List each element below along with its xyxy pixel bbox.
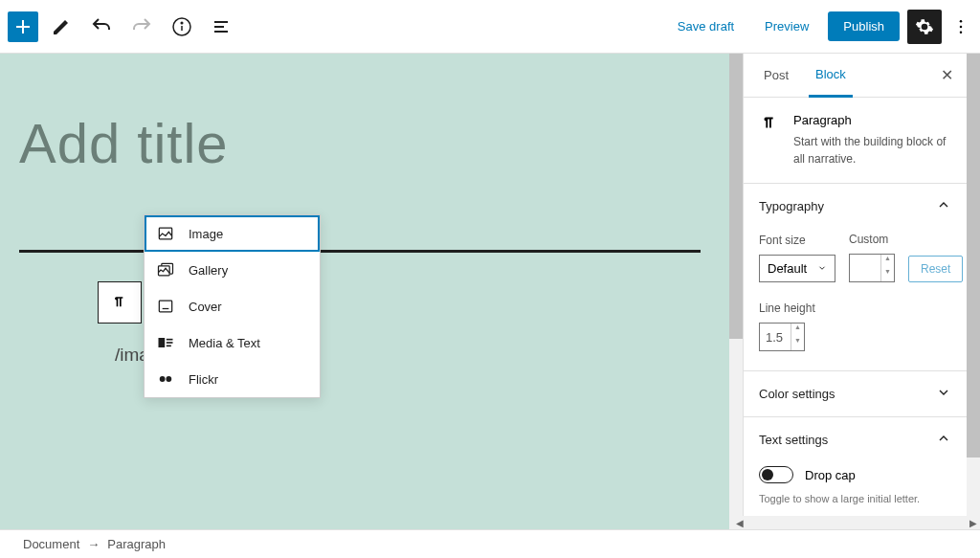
autocomplete-item-media-text[interactable]: Media & Text bbox=[145, 324, 320, 361]
reset-font-size-button[interactable]: Reset bbox=[908, 256, 963, 282]
block-description-text: Start with the building block of all nar… bbox=[793, 133, 951, 167]
settings-sidebar: Post Block ✕ Paragraph Start with the bu… bbox=[743, 54, 980, 529]
post-title-input[interactable]: Add title bbox=[19, 111, 701, 175]
custom-size-label: Custom bbox=[849, 233, 895, 246]
drop-cap-label: Drop cap bbox=[805, 468, 856, 482]
typography-panel-toggle[interactable]: Typography bbox=[744, 184, 967, 229]
autocomplete-item-label: Media & Text bbox=[189, 336, 260, 350]
block-type-button[interactable] bbox=[99, 282, 141, 323]
image-icon bbox=[156, 224, 175, 243]
svg-point-7 bbox=[960, 25, 963, 28]
redo-button[interactable] bbox=[124, 10, 159, 44]
svg-rect-19 bbox=[167, 346, 171, 347]
main-area: Add title /image bbox=[0, 54, 980, 529]
flickr-icon bbox=[156, 369, 175, 389]
canvas-scrollbar[interactable] bbox=[729, 54, 743, 529]
top-toolbar: Save draft Preview Publish bbox=[0, 0, 980, 54]
text-settings-panel-toggle[interactable]: Text settings bbox=[744, 417, 967, 462]
autocomplete-item-cover[interactable]: Cover bbox=[145, 288, 320, 324]
title-separator bbox=[19, 250, 701, 253]
svg-point-2 bbox=[181, 22, 183, 24]
sidebar-scrollbar[interactable] bbox=[967, 54, 980, 529]
custom-size-input[interactable]: ▲▼ bbox=[849, 254, 895, 282]
typography-panel: Typography Font size Default C bbox=[744, 184, 967, 371]
autocomplete-item-image[interactable]: Image bbox=[145, 215, 320, 252]
breadcrumb: Document → Paragraph bbox=[0, 529, 980, 558]
add-block-button[interactable] bbox=[8, 11, 38, 42]
breadcrumb-item[interactable]: Document bbox=[23, 537, 79, 551]
tab-post[interactable]: Post bbox=[757, 55, 795, 96]
sidebar-h-scrollbar[interactable]: ◀ ▶ bbox=[733, 516, 980, 529]
svg-rect-17 bbox=[167, 339, 173, 341]
block-description: Paragraph Start with the building block … bbox=[744, 98, 967, 184]
close-sidebar-button[interactable]: ✕ bbox=[941, 66, 953, 84]
svg-point-6 bbox=[960, 19, 963, 22]
svg-rect-3 bbox=[214, 21, 228, 23]
chevron-up-icon bbox=[936, 431, 951, 449]
sidebar-tabs: Post Block ✕ bbox=[744, 54, 967, 98]
media-text-icon bbox=[156, 333, 175, 352]
edit-mode-button[interactable] bbox=[44, 10, 78, 44]
drop-cap-toggle[interactable] bbox=[759, 466, 793, 483]
tab-block[interactable]: Block bbox=[809, 54, 853, 98]
svg-rect-4 bbox=[214, 26, 224, 28]
font-size-select[interactable]: Default bbox=[759, 255, 835, 282]
svg-rect-18 bbox=[167, 342, 173, 344]
color-settings-panel-toggle[interactable]: Color settings bbox=[744, 371, 967, 416]
chevron-down-icon bbox=[936, 385, 951, 403]
chevron-down-icon bbox=[817, 261, 827, 276]
block-autocomplete-popup: Image Gallery Cover Media & Text Flickr bbox=[144, 214, 321, 398]
svg-rect-5 bbox=[214, 31, 228, 33]
breadcrumb-separator: → bbox=[87, 537, 100, 551]
editor-canvas[interactable]: Add title /image bbox=[0, 54, 729, 529]
chevron-up-icon bbox=[936, 197, 951, 215]
block-name: Paragraph bbox=[793, 113, 951, 127]
color-settings-panel: Color settings bbox=[744, 371, 967, 417]
save-draft-button[interactable]: Save draft bbox=[666, 13, 746, 39]
autocomplete-item-label: Gallery bbox=[189, 263, 228, 278]
line-height-input[interactable]: 1.5 ▲▼ bbox=[759, 323, 805, 351]
svg-rect-16 bbox=[159, 338, 166, 347]
cover-icon bbox=[156, 297, 175, 316]
svg-rect-14 bbox=[159, 301, 171, 312]
autocomplete-item-flickr[interactable]: Flickr bbox=[145, 361, 320, 397]
autocomplete-item-gallery[interactable]: Gallery bbox=[145, 252, 320, 288]
more-options-button[interactable] bbox=[949, 10, 972, 44]
svg-point-21 bbox=[166, 376, 171, 382]
svg-point-20 bbox=[160, 376, 166, 382]
line-height-label: Line height bbox=[759, 301, 951, 315]
gallery-icon bbox=[156, 260, 175, 279]
info-button[interactable] bbox=[165, 10, 199, 44]
svg-point-8 bbox=[960, 31, 963, 33]
outline-button[interactable] bbox=[205, 10, 239, 44]
breadcrumb-item[interactable]: Paragraph bbox=[107, 537, 166, 551]
settings-button[interactable] bbox=[907, 10, 942, 44]
publish-button[interactable]: Publish bbox=[828, 11, 900, 41]
paragraph-icon bbox=[759, 113, 780, 167]
autocomplete-item-label: Flickr bbox=[189, 372, 218, 387]
preview-button[interactable]: Preview bbox=[753, 13, 820, 39]
editor-canvas-wrap: Add title /image bbox=[0, 54, 743, 529]
font-size-label: Font size bbox=[759, 234, 835, 247]
text-settings-panel: Text settings Drop cap Toggle to show a … bbox=[744, 417, 967, 521]
undo-button[interactable] bbox=[84, 10, 119, 44]
autocomplete-item-label: Image bbox=[189, 227, 223, 241]
autocomplete-item-label: Cover bbox=[189, 300, 222, 314]
